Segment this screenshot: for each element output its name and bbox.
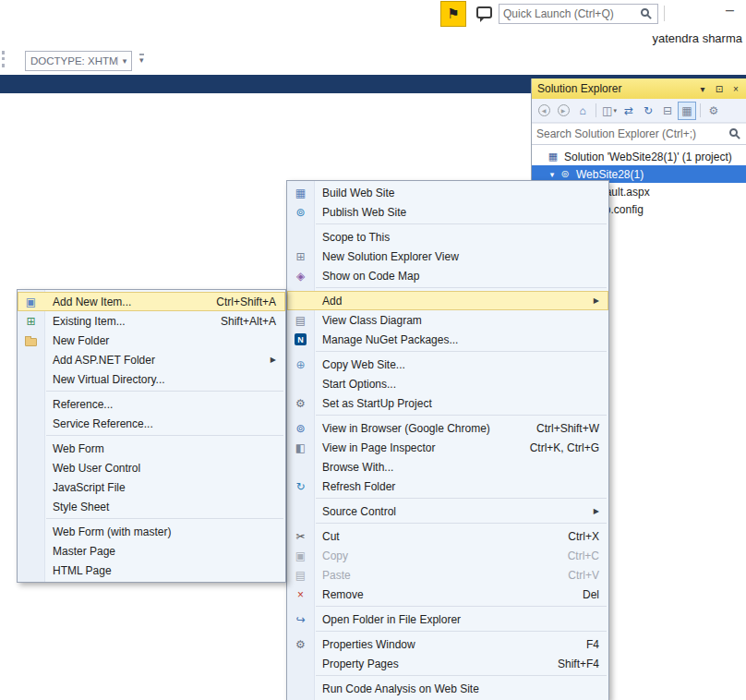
menu-item-label: Add ASP.NET Folder	[53, 354, 155, 367]
menu-item-publish-web-site[interactable]: ⊚Publish Web Site	[287, 202, 608, 222]
menu-item-label: View in Page Inspector	[322, 441, 436, 454]
menu-item-label: Refresh Folder	[322, 480, 395, 493]
menu-item-property-pages[interactable]: Property PagesShift+F4	[287, 654, 608, 673]
feedback-button[interactable]	[476, 6, 497, 23]
add-new-item-icon: ▣	[18, 296, 44, 308]
menu-separator	[316, 498, 607, 499]
menu-item-label: Reference...	[53, 398, 113, 411]
menu-item-web-form-with-master[interactable]: Web Form (with master)	[18, 522, 285, 541]
se-refresh-icon[interactable]: ↻	[639, 102, 657, 120]
menu-item-new-folder[interactable]: New Folder	[18, 331, 285, 350]
se-home-icon[interactable]: ⌂	[573, 102, 592, 120]
pin-icon[interactable]: ⊡	[712, 81, 727, 96]
menu-item-web-form[interactable]: Web Form	[18, 439, 285, 458]
toolbar-overflow-button[interactable]: ▾	[139, 54, 144, 65]
menu-item-add[interactable]: Add▶	[287, 291, 608, 310]
menu-item-web-user-control[interactable]: Web User Control	[18, 458, 285, 477]
menu-item-reference[interactable]: Reference...	[18, 394, 285, 414]
user-name[interactable]: yatendra sharma	[591, 31, 742, 45]
window-position-icon[interactable]: ▾	[695, 81, 710, 96]
menu-item-cut[interactable]: ✂CutCtrl+X	[287, 526, 608, 546]
se-properties-icon[interactable]: ⚙	[704, 102, 723, 120]
menu-item-show-on-code-map[interactable]: ◈Show on Code Map	[287, 266, 608, 285]
chevron-down-icon: ▾	[117, 56, 131, 66]
menu-item-copy-web-site[interactable]: ⊕Copy Web Site...	[287, 355, 608, 374]
se-switch-views-icon[interactable]: ◫▾	[600, 102, 619, 120]
menu-item-add-asp-net-folder[interactable]: Add ASP.NET Folder▶	[18, 350, 285, 369]
titlebar-icons: ▾⊡×	[695, 81, 743, 96]
notifications-flag-button[interactable]: ⚑	[440, 1, 466, 27]
solution-explorer-titlebar[interactable]: Solution Explorer ▾⊡×	[532, 78, 746, 99]
menu-item-label: View Class Diagram	[322, 314, 422, 327]
open-folder-icon: ↪	[287, 613, 314, 626]
solution-search-input[interactable]	[532, 124, 726, 144]
se-collapse-all-icon[interactable]: ⊟	[658, 102, 677, 120]
menu-item-existing-item[interactable]: ⊞Existing Item...Shift+Alt+A	[18, 311, 285, 331]
menu-item-new-solution-explorer-view[interactable]: ⊞New Solution Explorer View	[287, 247, 608, 266]
existing-item-icon: ⊞	[18, 315, 44, 328]
se-show-all-files-icon[interactable]: ▦	[678, 102, 696, 120]
menu-item-paste: ▤PasteCtrl+V	[287, 565, 608, 585]
menu-item-service-reference[interactable]: Service Reference...	[18, 414, 285, 433]
menu-item-shortcut: Ctrl+X	[568, 530, 599, 543]
menu-item-source-control[interactable]: Source Control▶	[287, 501, 608, 521]
close-icon[interactable]: ×	[728, 81, 743, 96]
menu-item-label: Start Options...	[322, 378, 396, 391]
menu-item-refresh-folder[interactable]: ↻Refresh Folder	[287, 477, 608, 496]
menu-item-view-in-browser-google-chrome[interactable]: ⊚View in Browser (Google Chrome)Ctrl+Shi…	[287, 418, 608, 438]
menu-item-shortcut: Ctrl+Shift+W	[536, 422, 599, 435]
tree-item-solution-website28-1-1-project[interactable]: ▦Solution 'WebSite28(1)' (1 project)	[532, 148, 746, 165]
menu-item-shortcut: Shift+F4	[558, 658, 599, 670]
tree-item-label: Solution 'WebSite28(1)' (1 project)	[564, 151, 732, 163]
code-map-icon: ◈	[287, 270, 314, 283]
menu-item-start-options[interactable]: Start Options...	[287, 374, 608, 393]
menu-item-browse-with[interactable]: Browse With...	[287, 457, 608, 477]
menu-item-build-web-site[interactable]: ▦Build Web Site	[287, 183, 608, 202]
se-back-icon[interactable]: ◀	[535, 102, 553, 120]
menu-item-label: Source Control	[322, 505, 396, 518]
menu-separator	[316, 415, 607, 416]
menu-item-remove[interactable]: ×RemoveDel	[287, 585, 608, 604]
menu-item-label: New Folder	[53, 334, 109, 347]
menu-item-properties-window[interactable]: ⚙Properties WindowF4	[287, 634, 608, 654]
se-forward-icon[interactable]: ▶	[554, 102, 572, 120]
menu-item-add-new-item[interactable]: ▣Add New Item...Ctrl+Shift+A	[18, 292, 285, 311]
menu-item-html-page[interactable]: HTML Page	[18, 561, 285, 580]
doctype-value: DOCTYPE: XHTML5	[26, 55, 117, 66]
menu-item-manage-nuget-packages[interactable]: NManage NuGet Packages...	[287, 330, 608, 349]
menu-item-shortcut: F4	[586, 638, 599, 651]
toolbar-grip[interactable]	[2, 51, 11, 67]
menu-item-label: Set as StartUp Project	[322, 397, 432, 410]
menu-item-set-as-startup-project[interactable]: ⚙Set as StartUp Project	[287, 393, 608, 413]
doctype-combobox[interactable]: DOCTYPE: XHTML5 ▾	[25, 51, 132, 71]
expand-arrow-icon[interactable]: ▾	[547, 170, 558, 179]
menu-item-style-sheet[interactable]: Style Sheet	[18, 497, 285, 516]
minimize-icon[interactable]: –	[726, 2, 734, 18]
menu-item-label: Browse With...	[322, 461, 393, 474]
page-inspector-icon: ◧	[287, 441, 314, 454]
menu-item-label: JavaScript File	[53, 481, 126, 494]
menu-item-label: Master Page	[53, 545, 115, 558]
menu-item-label: Add New Item...	[53, 296, 131, 308]
menu-item-scope-to-this[interactable]: Scope to This	[287, 227, 608, 247]
menu-separator	[46, 518, 283, 519]
menu-item-shortcut: Ctrl+C	[568, 549, 599, 562]
new-solution-explorer-view-icon: ⊞	[287, 250, 314, 263]
menu-item-label: Style Sheet	[53, 501, 109, 513]
menu-item-view-class-diagram[interactable]: ▤View Class Diagram	[287, 310, 608, 330]
menu-item-run-code-analysis-on-web-site[interactable]: Run Code Analysis on Web Site	[287, 679, 608, 698]
menu-item-copy: ▣CopyCtrl+C	[287, 546, 608, 565]
menu-item-view-in-page-inspector[interactable]: ◧View in Page InspectorCtrl+K, Ctrl+G	[287, 438, 608, 457]
menu-separator	[316, 631, 607, 632]
se-sync-icon[interactable]: ⇄	[620, 102, 638, 120]
menu-item-master-page[interactable]: Master Page	[18, 541, 285, 561]
menu-item-label: Show on Code Map	[322, 270, 419, 283]
menu-item-new-virtual-directory[interactable]: New Virtual Directory...	[18, 369, 285, 389]
menu-item-javascript-file[interactable]: JavaScript File	[18, 477, 285, 497]
menu-item-open-folder-in-file-explorer[interactable]: ↪Open Folder in File Explorer	[287, 609, 608, 629]
quick-launch-input[interactable]	[499, 7, 637, 20]
nuget-icon: N	[287, 333, 314, 345]
menu-item-label: Web Form (with master)	[53, 525, 171, 538]
copy-web-site-icon: ⊕	[287, 358, 314, 371]
toolbar-separator	[596, 103, 596, 117]
